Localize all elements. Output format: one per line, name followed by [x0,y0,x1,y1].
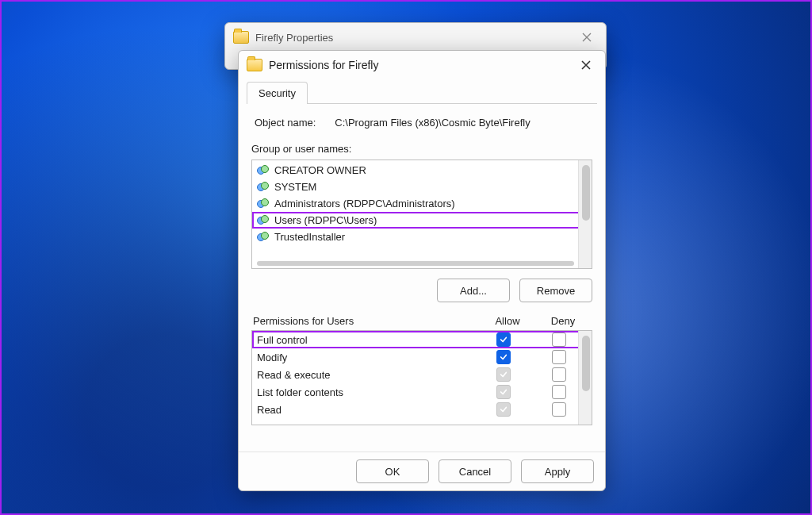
allow-cell [476,367,531,382]
permission-name: Read & execute [257,369,476,381]
permission-row: Modify [252,348,592,366]
permissions-close-button[interactable] [572,54,600,76]
check-icon [500,405,508,413]
check-icon [500,388,508,396]
checkbox[interactable] [552,402,566,417]
permission-name: Modify [257,352,476,363]
ok-button[interactable]: OK [356,459,429,483]
group-item[interactable]: TrustedInstaller [252,229,592,245]
allow-cell [476,385,531,399]
tab-security[interactable]: Security [247,82,308,104]
group-item-label: SYSTEM [274,181,316,193]
group-item-label: Administrators (RDPPC\Administrators) [274,198,455,209]
folder-icon [233,31,249,44]
group-list-scrollbar[interactable] [578,160,592,268]
permissions-titlebar[interactable]: Permissions for Firefly [239,51,605,79]
cancel-button[interactable]: Cancel [439,459,511,483]
users-icon [257,215,270,226]
users-icon [257,232,270,243]
checkbox[interactable] [552,350,566,364]
scrollbar-thumb[interactable] [582,336,590,391]
column-allow: Allow [480,315,535,327]
close-icon [582,33,592,42]
permissions-window: Permissions for Firefly Security Object … [238,50,606,491]
permission-name: Full control [257,334,476,346]
users-icon [257,198,270,209]
folder-icon [247,59,262,71]
allow-cell [476,402,531,417]
permission-row: Read & execute [252,366,592,383]
users-icon [257,182,270,193]
properties-titlebar[interactable]: Firefly Properties [225,23,606,52]
group-item[interactable]: Administrators (RDPPC\Administrators) [252,195,592,212]
permission-row: Read [252,401,592,418]
permission-row: List folder contents [252,383,592,401]
group-item[interactable]: CREATOR OWNER [252,162,592,179]
checkbox[interactable] [496,367,511,382]
checkbox[interactable] [496,402,511,417]
group-item[interactable]: Users (RDPPC\Users) [252,212,592,229]
checkbox[interactable] [552,367,566,382]
perm-list-scrollbar[interactable] [578,331,592,425]
group-item-label: TrustedInstaller [274,231,345,243]
checkbox[interactable] [496,385,511,399]
permissions-header: Permissions for Users Allow Deny [253,315,591,327]
users-icon [257,165,270,176]
permission-name: Read [257,404,476,416]
tab-strip: Security [247,81,597,104]
group-list-label: Group or user names: [251,143,592,155]
group-item[interactable]: SYSTEM [252,179,592,195]
object-name-row: Object name: C:\Program Files (x86)\Cosm… [255,117,589,129]
check-icon [500,371,508,379]
allow-cell [476,350,531,364]
check-icon [500,353,508,361]
group-item-label: Users (RDPPC\Users) [274,214,377,226]
object-name-label: Object name: [255,117,316,129]
properties-title: Firefly Properties [255,32,573,44]
desktop-background: Firefly Properties Permissions for Firef… [0,0,812,515]
group-buttons: Add... Remove [251,279,592,302]
permissions-for-label: Permissions for Users [253,315,480,327]
column-deny: Deny [535,315,591,327]
scrollbar-thumb[interactable] [582,165,590,221]
group-user-listbox[interactable]: CREATOR OWNERSYSTEMAdministrators (RDPPC… [251,159,592,269]
add-button[interactable]: Add... [437,279,510,302]
permissions-listbox[interactable]: Full controlModifyRead & executeList fol… [251,330,592,425]
permissions-title: Permissions for Firefly [269,59,572,71]
properties-close-button[interactable] [573,26,601,48]
dialog-footer: OK Cancel Apply [239,452,605,490]
checkbox[interactable] [496,332,511,347]
close-icon [581,60,591,70]
apply-button[interactable]: Apply [521,459,594,483]
permission-row: Full control [252,331,592,348]
checkbox[interactable] [552,385,566,399]
dialog-body: Object name: C:\Program Files (x86)\Cosm… [239,104,605,432]
remove-button[interactable]: Remove [519,279,592,302]
group-item-label: CREATOR OWNER [274,164,366,176]
checkbox[interactable] [496,350,511,364]
object-name-value: C:\Program Files (x86)\Cosmic Byte\Firef… [335,117,530,129]
check-icon [500,336,508,344]
group-list-hscroll[interactable] [257,261,574,266]
checkbox[interactable] [552,332,566,347]
allow-cell [476,332,531,347]
permission-name: List folder contents [257,386,476,398]
